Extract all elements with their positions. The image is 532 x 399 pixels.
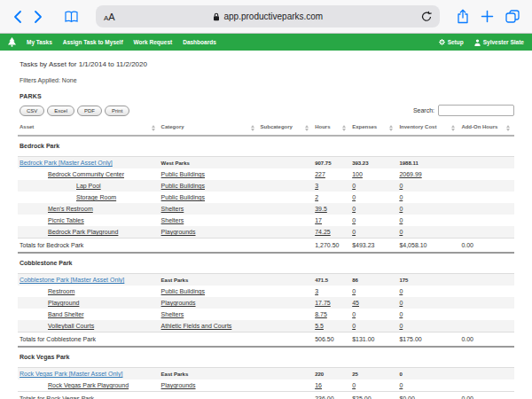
- asset-link[interactable]: Storage Room: [76, 194, 116, 200]
- nav-my-tasks[interactable]: My Tasks: [27, 39, 52, 45]
- column-header-asset[interactable]: Asset: [18, 121, 160, 136]
- inventory-cost-value-link[interactable]: 0: [399, 323, 403, 329]
- inventory-cost-value-link[interactable]: 0: [399, 183, 403, 189]
- expenses-value-link[interactable]: 0: [352, 229, 356, 235]
- tabs-button[interactable]: [505, 10, 520, 23]
- hours-value-link[interactable]: 17.75: [315, 300, 331, 306]
- brand-logo-tree-icon[interactable]: [8, 37, 16, 47]
- address-bar[interactable]: AA app.productiveparks.com: [96, 5, 440, 27]
- category-link[interactable]: Playgrounds: [161, 382, 196, 388]
- expenses-value-link[interactable]: 0: [352, 183, 356, 189]
- nav-setup[interactable]: Setup: [439, 39, 464, 45]
- table-search: Search:: [413, 105, 514, 116]
- asset-link[interactable]: Playground: [48, 300, 79, 306]
- category-link[interactable]: Public Buildings: [161, 171, 205, 177]
- category-link[interactable]: Playgrounds: [161, 229, 196, 235]
- share-button[interactable]: [457, 9, 469, 24]
- inventory-cost-value-link[interactable]: 0: [399, 311, 403, 317]
- column-header-add-on-hours[interactable]: Add-On Hours: [459, 121, 514, 136]
- nav-work-request[interactable]: Work Request: [134, 39, 173, 45]
- sort-icon[interactable]: [342, 125, 346, 131]
- category-link[interactable]: Public Buildings: [161, 288, 205, 294]
- inventory-cost-value-link[interactable]: 0: [399, 206, 403, 212]
- hours-value-link[interactable]: 8.75: [315, 311, 327, 317]
- expenses-value-link[interactable]: 100: [352, 171, 363, 177]
- nav-dashboards[interactable]: Dashboards: [183, 39, 216, 45]
- inventory-cost-value-link[interactable]: 0: [399, 229, 403, 235]
- nav-assign-task[interactable]: Assign Task to Myself: [63, 39, 123, 45]
- inventory-cost-value-link[interactable]: 0: [399, 194, 403, 200]
- park-section-row: Bedrock Park: [18, 136, 514, 157]
- asset-link[interactable]: Lap Pool: [76, 183, 101, 189]
- category-link[interactable]: Public Buildings: [161, 194, 205, 200]
- column-header-inventory-cost[interactable]: Inventory Cost: [397, 121, 459, 136]
- totals-hours-value: 506.50: [313, 332, 350, 348]
- sort-icon[interactable]: [152, 125, 155, 131]
- asset-link[interactable]: Volleyball Courts: [48, 323, 94, 329]
- column-header-subcategory[interactable]: Subcategory: [259, 121, 314, 136]
- inventory-cost-value-link[interactable]: 2069.99: [399, 171, 421, 177]
- category-link[interactable]: Shelters: [161, 206, 184, 212]
- hours-value-link[interactable]: 3: [315, 183, 318, 189]
- print-button[interactable]: Print: [105, 106, 129, 116]
- add-on-hours-cell: [459, 157, 514, 169]
- category-link[interactable]: Shelters: [161, 217, 184, 223]
- csv-export-button[interactable]: CSV: [20, 106, 44, 116]
- text-size-button[interactable]: AA: [104, 12, 115, 22]
- forward-button[interactable]: [34, 10, 43, 24]
- hours-value-link[interactable]: 2: [315, 194, 318, 200]
- expenses-value-link[interactable]: 0: [352, 311, 356, 317]
- asset-link[interactable]: Picnic Tables: [48, 217, 84, 223]
- expenses-value-link[interactable]: 0: [352, 206, 356, 212]
- asset-link[interactable]: Rock Vegas Park [Master Asset Only]: [20, 371, 122, 377]
- reload-button[interactable]: [421, 11, 432, 22]
- hours-value-link[interactable]: 3: [315, 288, 318, 294]
- asset-row: Picnic TablesShelters1700: [18, 215, 514, 226]
- expenses-value-link[interactable]: 0: [352, 194, 356, 200]
- inventory-cost-value-link[interactable]: 0: [399, 382, 403, 388]
- category-link[interactable]: Public Buildings: [161, 183, 205, 189]
- asset-link[interactable]: Rock Vegas Park Playground: [48, 382, 129, 388]
- sort-icon[interactable]: [305, 125, 309, 131]
- hours-value-link[interactable]: 227: [315, 171, 325, 177]
- expenses-value-link[interactable]: 0: [352, 382, 356, 388]
- sort-icon[interactable]: [451, 125, 455, 131]
- category-link[interactable]: Shelters: [161, 311, 184, 317]
- expenses-value-link[interactable]: 0: [352, 288, 356, 294]
- hours-value-link[interactable]: 74.25: [315, 229, 331, 235]
- asset-link[interactable]: Bedrock Park [Master Asset Only]: [20, 160, 113, 166]
- sort-icon[interactable]: [251, 125, 254, 131]
- column-header-category[interactable]: Category: [160, 121, 259, 136]
- hours-value-link[interactable]: 39.5: [315, 206, 327, 212]
- hours-value-link[interactable]: 17: [315, 217, 322, 223]
- asset-link[interactable]: Restroom: [48, 288, 74, 294]
- asset-link[interactable]: Men's Restroom: [48, 206, 93, 212]
- asset-link[interactable]: Band Shelter: [48, 311, 83, 317]
- sort-icon[interactable]: [506, 125, 510, 131]
- hours-value-link[interactable]: 16: [315, 382, 322, 388]
- bookmarks-icon[interactable]: [64, 11, 79, 23]
- asset-link[interactable]: Bedrock Park Playground: [48, 229, 118, 235]
- inventory-cost-value-link[interactable]: 0: [399, 288, 403, 294]
- pdf-export-button[interactable]: PDF: [77, 106, 102, 116]
- category-link[interactable]: Athletic Fields and Courts: [161, 323, 232, 329]
- asset-link[interactable]: Cobblestone Park [Master Asset Only]: [20, 277, 124, 283]
- excel-export-button[interactable]: Excel: [47, 106, 74, 116]
- add-on-hours-cell: [459, 203, 514, 215]
- expenses-value-link[interactable]: 0: [352, 323, 356, 329]
- column-header-expenses[interactable]: Expenses: [350, 121, 397, 136]
- totals-hours-value: 236.00: [313, 392, 350, 399]
- hours-value-link[interactable]: 5.5: [315, 323, 324, 329]
- inventory-cost-value-link[interactable]: 0: [399, 217, 403, 223]
- sort-icon[interactable]: [389, 125, 393, 131]
- search-input[interactable]: [438, 105, 514, 116]
- new-tab-button[interactable]: [481, 10, 494, 23]
- nav-user-menu[interactable]: Sylvester Slate: [474, 39, 524, 46]
- expenses-value-link[interactable]: 0: [352, 217, 356, 223]
- expenses-value-link[interactable]: 45: [352, 300, 359, 306]
- category-link[interactable]: Playgrounds: [161, 300, 196, 306]
- asset-link[interactable]: Bedrock Community Center: [48, 171, 124, 177]
- column-header-hours[interactable]: Hours: [313, 121, 350, 136]
- inventory-cost-value-link[interactable]: 0: [399, 300, 403, 306]
- back-button[interactable]: [12, 10, 22, 24]
